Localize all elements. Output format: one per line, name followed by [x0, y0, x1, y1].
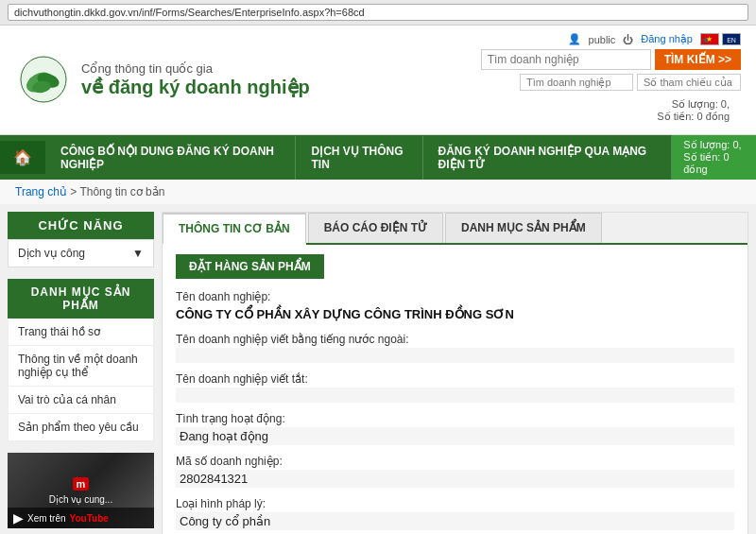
field-ten-dn: Tên doanh nghiệp: CÔNG TY CỔ PHẦN XÂY DỰ…: [176, 290, 734, 323]
field-ten-viettat-label: Tên doanh nghiệp viết tắt:: [176, 372, 734, 386]
video-watch-text: Xem trên: [27, 513, 66, 524]
breadcrumb: Trang chủ > Thông tin cơ bản: [0, 180, 756, 204]
search-button[interactable]: TÌM KIẾM >>: [655, 49, 741, 70]
breadcrumb-current: Thông tin cơ bản: [79, 185, 164, 198]
tab-danhmuc-sanpham[interactable]: DANH MỤC SẢN PHẨM: [445, 213, 602, 243]
logo-text: Cổng thông tin quốc gia về đăng ký doanh…: [81, 61, 310, 98]
field-ten-nuocngoai-value: [176, 348, 734, 363]
sidebar-item-thongtin-label: Thông tin về một doanh nghiệp cụ thể: [18, 353, 138, 379]
login-link[interactable]: Đăng nhập: [641, 33, 693, 45]
counter-label1: Số lượng: 0,: [672, 98, 730, 110]
field-ten-dn-value: CÔNG TY CỔ PHẦN XÂY DỰNG CÔNG TRÌNH ĐỒNG…: [176, 305, 734, 323]
header-right: 👤 public ⏻ Đăng nhập ★ EN TÌM KIẾM >> Số…: [481, 33, 741, 127]
content-body: ĐẶT HÀNG SẢN PHẨM Tên doanh nghiệp: CÔNG…: [163, 245, 747, 534]
nav-item-dichvu[interactable]: DỊCH VỤ THÔNG TIN: [296, 136, 422, 180]
nav-item-congbo[interactable]: CÔNG BỐ NỘI DUNG ĐĂNG KÝ DOANH NGHIỆP: [45, 136, 296, 180]
content-panel: THÔNG TIN CƠ BẢN BÁO CÁO ĐIỆN TỬ DANH MỤ…: [162, 212, 748, 534]
search-row: TÌM KIẾM >>: [481, 49, 741, 70]
field-ten-viettat-value: [176, 388, 734, 403]
main-content: CHỨC NĂNG Dịch vụ công ▼ DANH MỤC SẢN PH…: [0, 204, 756, 534]
flag-en[interactable]: EN: [722, 33, 741, 45]
sidebar-chucnang-header: CHỨC NĂNG: [8, 212, 154, 239]
search-input[interactable]: [481, 49, 651, 70]
power-icon: ⏻: [623, 34, 633, 45]
field-tinhtrang-value: Đang hoạt động: [176, 427, 734, 445]
nav-home-button[interactable]: 🏠: [0, 141, 45, 174]
sidebar-dichvucong-label: Dịch vụ công: [18, 247, 85, 260]
breadcrumb-home[interactable]: Trang chủ: [15, 185, 67, 198]
dropdown-arrow-icon: ▼: [132, 247, 144, 260]
search-sub-row: [520, 74, 741, 91]
sidebar-video[interactable]: m Dịch vụ cung... ▶ Xem trên YouTube: [8, 453, 154, 528]
flag-vn[interactable]: ★: [700, 33, 719, 45]
so-tien: Số tiền: 0 đồng: [683, 151, 745, 176]
sidebar-dichvucong[interactable]: Dịch vụ công ▼: [8, 239, 154, 267]
counter-label2: Số tiền: 0 đồng: [657, 111, 730, 122]
flag-icons: ★ EN: [700, 33, 741, 45]
logo-icon: [15, 54, 72, 106]
field-loaihinh-value: Công ty cổ phần: [176, 512, 734, 530]
browser-bar: dichvuthongtin.dkkd.gov.vn/inf/Forms/Sea…: [0, 0, 756, 26]
counter-area: Số lượng: 0, Số tiền: 0 đồng: [645, 95, 741, 127]
sidebar-item-sanpham[interactable]: Sản phẩm theo yêu cầu: [8, 414, 154, 441]
field-ten-dn-label: Tên doanh nghiệp:: [176, 290, 734, 303]
nav-bar: 🏠 CÔNG BỐ NỘI DUNG ĐĂNG KÝ DOANH NGHIỆP …: [0, 135, 756, 180]
site-title: về đăng ký doanh nghiệp: [81, 76, 310, 98]
field-ten-viettat: Tên doanh nghiệp viết tắt:: [176, 372, 734, 403]
user-icon: 👤: [568, 33, 581, 45]
field-ten-nuocngoai-label: Tên doanh nghiệp viết bằng tiếng nước ng…: [176, 333, 734, 346]
logo-area: Cổng thông tin quốc gia về đăng ký doanh…: [15, 54, 310, 106]
order-ref-input[interactable]: [637, 74, 741, 91]
sidebar: CHỨC NĂNG Dịch vụ công ▼ DANH MỤC SẢN PH…: [8, 212, 154, 534]
header: Cổng thông tin quốc gia về đăng ký doanh…: [0, 26, 756, 135]
youtube-play-icon: ▶: [13, 510, 24, 525]
sidebar-danhmuc-header: DANH MỤC SẢN PHẨM: [8, 279, 154, 319]
field-maso-value: 2802841321: [176, 470, 734, 488]
youtube-label: YouTube: [70, 513, 109, 524]
sidebar-item-thongtin[interactable]: Thông tin về một doanh nghiệp cụ thể: [8, 346, 154, 387]
counter-badge: Số lượng: 0, Số tiền: 0 đồng: [672, 135, 756, 180]
field-tinhtrang-label: Tình trạng hoạt động:: [176, 412, 734, 425]
video-overlay: ▶ Xem trên YouTube: [8, 508, 154, 528]
dat-hang-button[interactable]: ĐẶT HÀNG SẢN PHẨM: [176, 254, 324, 279]
field-loaihinh-label: Loại hình pháp lý:: [176, 497, 734, 510]
breadcrumb-separator: >: [70, 185, 79, 198]
field-maso-label: Mã số doanh nghiệp:: [176, 455, 734, 468]
header-top-links: 👤 public ⏻ Đăng nhập ★ EN: [568, 33, 741, 45]
company-search-input[interactable]: [520, 74, 633, 91]
sidebar-item-trangthai[interactable]: Trang thái hồ sơ: [8, 319, 154, 346]
field-ten-nuocngoai: Tên doanh nghiệp viết bằng tiếng nước ng…: [176, 333, 734, 363]
nav-item-dangky[interactable]: ĐĂNG KÝ DOANH NGHIỆP QUA MẠNG ĐIỆN TỬ: [423, 136, 673, 180]
sidebar-item-vaitro[interactable]: Vai trò của cá nhân: [8, 387, 154, 414]
tabs-row: THÔNG TIN CƠ BẢN BÁO CÁO ĐIỆN TỬ DANH MỤ…: [163, 213, 747, 245]
field-loaihinh: Loại hình pháp lý: Công ty cổ phần: [176, 497, 734, 530]
tagline: Cổng thông tin quốc gia: [81, 61, 310, 76]
tab-baocao-dientu[interactable]: BÁO CÁO ĐIỆN TỬ: [308, 213, 443, 243]
video-m-badge: m: [73, 477, 90, 491]
video-title: Dịch vụ cung...: [49, 494, 112, 505]
tab-thongtin-coban[interactable]: THÔNG TIN CƠ BẢN: [163, 213, 306, 245]
so-luong: Số lượng: 0,: [683, 139, 745, 151]
public-label: public: [589, 34, 616, 45]
field-maso: Mã số doanh nghiệp: 2802841321: [176, 455, 734, 488]
address-bar[interactable]: dichvuthongtin.dkkd.gov.vn/inf/Forms/Sea…: [8, 4, 748, 21]
field-tinhtrang: Tình trạng hoạt động: Đang hoạt động: [176, 412, 734, 445]
